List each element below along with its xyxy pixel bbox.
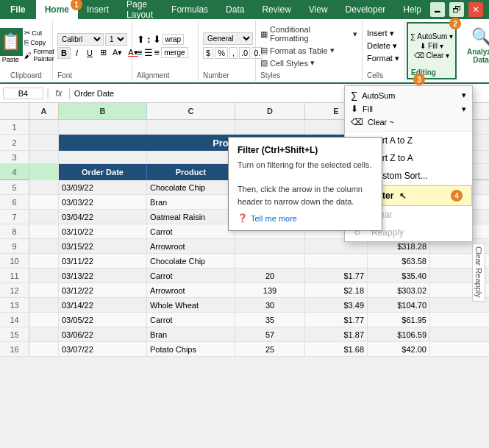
cell[interactable]: $61.95: [368, 313, 430, 327]
cell[interactable]: 20: [235, 269, 305, 283]
row-header[interactable]: 2: [0, 135, 29, 150]
cell[interactable]: [29, 254, 59, 269]
cell[interactable]: [147, 120, 235, 135]
copy-button[interactable]: ⎘ Copy: [24, 38, 54, 46]
row-header[interactable]: 14: [0, 313, 29, 327]
border-button[interactable]: ⊞: [98, 47, 109, 58]
tab-developer[interactable]: Developer: [337, 0, 395, 19]
cell[interactable]: Potato Chips: [147, 342, 235, 357]
cell[interactable]: $42.00: [368, 342, 430, 357]
insert-cell-button[interactable]: Insert ▾: [367, 29, 400, 38]
align-top-button[interactable]: ⬆: [137, 34, 145, 45]
font-size-selector[interactable]: 11: [105, 33, 127, 46]
cell[interactable]: $104.70: [368, 298, 430, 313]
cell-styles-button[interactable]: ▨Cell Styles▾: [260, 58, 357, 68]
increase-decimal-button[interactable]: .0: [239, 47, 250, 59]
bold-button[interactable]: B: [57, 47, 71, 59]
analyze-data-button[interactable]: Analyze Data: [461, 48, 489, 64]
file-tab[interactable]: File: [0, 0, 36, 19]
row-header[interactable]: 3: [0, 151, 29, 163]
cell[interactable]: 03/06/22: [59, 327, 147, 342]
cell[interactable]: 35: [235, 313, 305, 327]
italic-button[interactable]: I: [72, 47, 82, 59]
tab-formulas[interactable]: Formulas: [163, 0, 217, 19]
row-header[interactable]: 15: [0, 327, 29, 341]
row-header[interactable]: 12: [0, 283, 29, 297]
align-center-button[interactable]: ☰: [144, 47, 153, 58]
cell[interactable]: [29, 342, 59, 357]
cell[interactable]: Carrot: [147, 269, 235, 283]
cell[interactable]: [59, 151, 147, 164]
fill-menu-item[interactable]: ⬇Fill▾: [351, 102, 466, 115]
row-header[interactable]: 8: [0, 224, 29, 238]
row-header[interactable]: 7: [0, 210, 29, 224]
cell[interactable]: [29, 283, 59, 298]
tab-insert[interactable]: Insert: [78, 0, 118, 19]
cell[interactable]: Chocolate Chip: [147, 254, 235, 269]
col-header-b[interactable]: B: [59, 103, 147, 119]
tab-data[interactable]: Data: [217, 0, 253, 19]
cell[interactable]: [29, 269, 59, 283]
cell[interactable]: Chocolate Chip: [147, 180, 235, 195]
comma-button[interactable]: ,: [229, 47, 238, 59]
tab-page-layout[interactable]: Page Layout: [118, 0, 163, 19]
cell[interactable]: [29, 210, 59, 224]
row-header[interactable]: 13: [0, 298, 29, 312]
cell[interactable]: [29, 164, 59, 180]
tab-review[interactable]: Review: [253, 0, 299, 19]
cell[interactable]: Carrot: [147, 224, 235, 239]
header-cell-product[interactable]: Product: [147, 164, 235, 180]
format-painter-button[interactable]: 🖌 Format Painter: [24, 48, 54, 63]
wrap-text-button[interactable]: wrap: [163, 34, 185, 45]
cell[interactable]: $1.87: [305, 327, 368, 342]
cell[interactable]: [29, 120, 59, 135]
cell[interactable]: [29, 313, 59, 327]
row-header[interactable]: 16: [0, 342, 29, 356]
cell[interactable]: 03/07/22: [59, 342, 147, 357]
autosum-button[interactable]: ∑ AutoSum ▾: [410, 32, 453, 40]
align-bottom-button[interactable]: ⬇: [153, 34, 161, 45]
cell[interactable]: Carrot: [147, 313, 235, 327]
cell[interactable]: Oatmeal Raisin: [147, 210, 235, 224]
row-header[interactable]: 10: [0, 254, 29, 268]
cell[interactable]: 30: [235, 298, 305, 313]
row-header[interactable]: 11: [0, 269, 29, 282]
cell[interactable]: 03/05/22: [59, 313, 147, 327]
cell[interactable]: Arrowroot: [147, 283, 235, 298]
cell[interactable]: 03/13/22: [59, 269, 147, 283]
fill-color-button[interactable]: A▾: [110, 47, 124, 58]
cell[interactable]: 25: [235, 342, 305, 357]
cell[interactable]: [29, 135, 59, 151]
underline-button[interactable]: U: [83, 47, 96, 59]
row-header[interactable]: 1: [0, 120, 29, 134]
cell-reference-box[interactable]: [3, 88, 43, 99]
cell[interactable]: 03/09/22: [59, 180, 147, 195]
clear-button-ribbon[interactable]: ⌫ Clear ▾: [414, 51, 449, 60]
align-right-button[interactable]: ≡: [154, 47, 160, 58]
row-header[interactable]: 4: [0, 164, 29, 179]
cell[interactable]: 03/04/22: [59, 210, 147, 224]
tab-view[interactable]: View: [300, 0, 337, 19]
fill-button[interactable]: ⬇ Fill ▾: [420, 42, 443, 50]
cell[interactable]: $303.02: [368, 283, 430, 298]
cell[interactable]: 03/12/22: [59, 283, 147, 298]
cell[interactable]: [29, 327, 59, 342]
col-header-c[interactable]: C: [147, 103, 235, 119]
cell[interactable]: 03/11/22: [59, 254, 147, 269]
cell[interactable]: [29, 180, 59, 195]
delete-cell-button[interactable]: Delete ▾: [367, 41, 400, 51]
conditional-formatting-button[interactable]: ▦Conditional Formatting▾: [260, 25, 357, 43]
cell[interactable]: $1.68: [305, 342, 368, 357]
cell[interactable]: $35.40: [368, 269, 430, 283]
align-left-button[interactable]: ≡: [137, 47, 143, 58]
cell[interactable]: 03/14/22: [59, 298, 147, 313]
number-format-selector[interactable]: General: [203, 32, 253, 45]
cell[interactable]: 03/15/22: [59, 239, 147, 254]
cell[interactable]: $1.77: [305, 313, 368, 327]
tab-help[interactable]: Help: [394, 0, 430, 19]
cell[interactable]: $63.58: [368, 254, 430, 269]
cell[interactable]: $1.77: [305, 269, 368, 283]
currency-button[interactable]: $: [203, 47, 213, 59]
cell[interactable]: $106.59: [368, 327, 430, 342]
col-header-d[interactable]: D: [235, 103, 305, 119]
